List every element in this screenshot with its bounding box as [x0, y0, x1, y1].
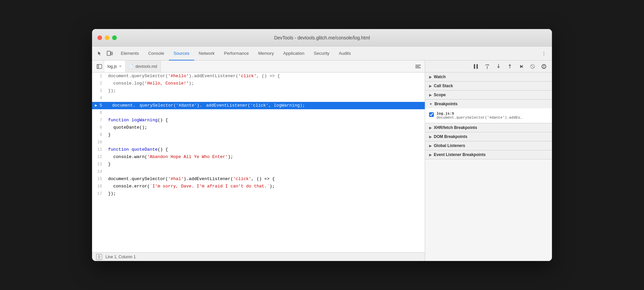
watch-header[interactable]: ▶ Watch	[425, 72, 552, 81]
xhr-label: XHR/fetch Breakpoints	[434, 125, 477, 130]
pause-resume-button[interactable]	[472, 62, 480, 70]
global-listeners-arrow: ▶	[429, 144, 432, 148]
maximize-button[interactable]	[112, 35, 117, 40]
close-button[interactable]	[97, 35, 102, 40]
global-listeners-section: ▶ Global Listeners	[425, 141, 552, 150]
file-tab-logjs[interactable]: log.js ✕	[104, 60, 125, 72]
tab-application[interactable]: Application	[279, 47, 309, 60]
dom-breakpoints-section: ▶ DOM Breakpoints	[425, 132, 552, 141]
file-tab-devtoolsmd-label: devtools.md	[135, 64, 157, 69]
devtools-window: DevTools - devtools.glitch.me/console/lo…	[92, 29, 552, 261]
left-panel: log.js ✕ 📄 devtools.md	[92, 60, 425, 261]
step-button[interactable]	[517, 62, 525, 70]
code-line-9: 9 }	[92, 131, 425, 139]
file-tabs-bar: log.js ✕ 📄 devtools.md	[92, 60, 425, 72]
file-tab-right-controls	[414, 60, 425, 72]
breakpoints-label: Breakpoints	[434, 102, 457, 106]
tabbar-tools	[93, 46, 116, 60]
pretty-print-icon[interactable]: {}	[96, 254, 102, 260]
scope-section: ▶ Scope	[425, 91, 552, 100]
titlebar: DevTools - devtools.glitch.me/console/lo…	[92, 29, 552, 46]
scope-arrow: ▶	[429, 93, 432, 97]
tab-bar: Elements Console Sources Network Perform…	[92, 46, 552, 60]
code-line-3: 3 });	[92, 87, 425, 95]
svg-rect-17	[544, 67, 544, 68]
code-line-1: 1 document.querySelector('#hello').addEv…	[92, 72, 425, 80]
svg-rect-8	[476, 64, 478, 69]
dom-breakpoints-label: DOM Breakpoints	[434, 134, 467, 139]
code-line-17: 17 });	[92, 190, 425, 197]
event-listener-breakpoints-label: Event Listener Breakpoints	[434, 152, 486, 157]
file-panel-toggle[interactable]	[95, 60, 104, 72]
svg-line-14	[531, 65, 534, 68]
device-icon[interactable]	[106, 50, 113, 57]
tab-sources[interactable]: Sources	[169, 47, 194, 60]
event-listener-breakpoints-header[interactable]: ▶ Event Listener Breakpoints	[425, 150, 552, 159]
breakpoints-header[interactable]: ▼ Breakpoints	[425, 100, 552, 108]
svg-rect-7	[474, 64, 475, 69]
breakpoint-checkbox-1[interactable]	[429, 112, 434, 117]
event-listener-breakpoints-arrow: ▶	[429, 153, 432, 157]
scope-label: Scope	[434, 93, 446, 97]
code-line-2: 2 console.log('Hello, Console!');	[92, 80, 425, 87]
breakpoint-file-1: log.js:5	[436, 112, 454, 116]
global-listeners-label: Global Listeners	[434, 143, 465, 148]
global-listeners-header[interactable]: ▶ Global Listeners	[425, 141, 552, 150]
window-title: DevTools - devtools.glitch.me/console/lo…	[274, 35, 370, 40]
format-button[interactable]	[414, 62, 422, 70]
svg-rect-0	[107, 51, 110, 55]
window-controls	[97, 35, 117, 40]
tab-console[interactable]: Console	[143, 47, 169, 60]
call-stack-section: ▶ Call Stack	[425, 82, 552, 91]
tab-network[interactable]: Network	[194, 47, 220, 60]
code-line-7: 7 function logWarning() {	[92, 117, 425, 124]
call-stack-label: Call Stack	[434, 84, 453, 88]
xhr-arrow: ▶	[429, 126, 432, 130]
file-tab-logjs-label: log.js	[107, 64, 117, 69]
xhr-header[interactable]: ▶ XHR/fetch Breakpoints	[425, 123, 552, 132]
svg-rect-1	[111, 52, 112, 55]
debugger-toolbar	[425, 60, 552, 72]
code-line-11: 11 function quoteDante() {	[92, 146, 425, 153]
tab-audits[interactable]: Audits	[334, 47, 355, 60]
tab-performance[interactable]: Performance	[219, 47, 253, 60]
scope-header[interactable]: ▶ Scope	[425, 91, 552, 99]
more-options-button[interactable]: ⋮	[540, 49, 548, 57]
code-line-12: 12 console.warn('Abandon Hope All Ye Who…	[92, 153, 425, 161]
watch-label: Watch	[434, 75, 446, 79]
step-into-button[interactable]	[495, 62, 503, 70]
tabbar-right-controls: ⋮	[537, 46, 551, 60]
code-line-10: 10	[92, 139, 425, 146]
right-panel: ▶ Watch ▶ Call Stack ▶ Scope	[425, 60, 552, 261]
breakpoint-code-1: document.querySelector('#dante').addEv…	[436, 116, 522, 120]
tab-memory[interactable]: Memory	[254, 47, 279, 60]
watch-arrow: ▶	[429, 75, 432, 79]
code-table: 1 document.querySelector('#hello').addEv…	[92, 72, 425, 197]
call-stack-header[interactable]: ▶ Call Stack	[425, 82, 552, 90]
tab-security[interactable]: Security	[309, 47, 334, 60]
svg-rect-16	[544, 65, 544, 67]
breakpoints-content: log.js:5 document.querySelector('#dante'…	[425, 108, 552, 123]
xhr-section: ▶ XHR/fetch Breakpoints	[425, 123, 552, 132]
breakpoint-item-1: log.js:5 document.querySelector('#dante'…	[429, 110, 548, 121]
cursor-position: Line 1, Column 1	[105, 255, 136, 259]
close-tab-logjs[interactable]: ✕	[119, 64, 122, 68]
event-listener-breakpoints-section: ▶ Event Listener Breakpoints	[425, 150, 552, 159]
file-tab-devtoolsmd[interactable]: 📄 devtools.md	[125, 60, 161, 72]
code-line-16: 16 console.error(`I'm sorry, Dave. I'm a…	[92, 183, 425, 190]
code-line-14: 14	[92, 168, 425, 175]
code-editor[interactable]: 1 document.querySelector('#hello').addEv…	[92, 72, 425, 252]
code-line-13: 13 }	[92, 161, 425, 168]
dom-breakpoints-header[interactable]: ▶ DOM Breakpoints	[425, 132, 552, 141]
minimize-button[interactable]	[105, 35, 109, 40]
deactivate-breakpoints-button[interactable]	[529, 62, 537, 70]
select-icon[interactable]	[96, 50, 103, 57]
svg-rect-3	[97, 64, 98, 68]
dom-breakpoints-arrow: ▶	[429, 135, 432, 139]
step-over-button[interactable]	[483, 62, 491, 70]
code-line-15: 15 document.querySelector('#hal').addEve…	[92, 175, 425, 183]
breakpoints-arrow: ▼	[429, 102, 432, 106]
pause-on-exceptions-button[interactable]	[540, 62, 548, 70]
step-out-button[interactable]	[506, 62, 514, 70]
tab-elements[interactable]: Elements	[116, 47, 143, 60]
